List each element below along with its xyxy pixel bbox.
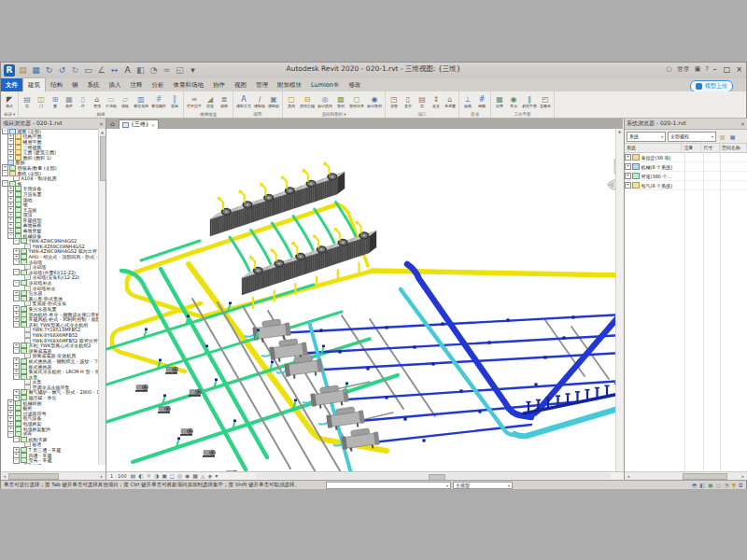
system-row[interactable]: +未指定(38 项): [625, 153, 747, 162]
scrollbar-thumb[interactable]: [683, 473, 727, 480]
temporary-view-properties-icon[interactable]: ▦: [192, 472, 198, 480]
ribbon-button-楼梯[interactable]: ≣楼梯: [218, 95, 231, 108]
visual-style-icon[interactable]: ◐: [138, 472, 143, 480]
ribbon-button-模型组[interactable]: ▣模型组: [267, 95, 280, 108]
tab-附加模块[interactable]: 附加模块: [273, 78, 306, 91]
ribbon-button-幕墙系统[interactable]: ▥幕墙系统: [133, 95, 149, 108]
ribbon-button-标记面积[interactable]: ◉标记面积: [366, 95, 383, 108]
system-row[interactable]: +电气(8 个系统): [625, 181, 747, 190]
temporary-hide-isolate-icon[interactable]: ◎: [177, 472, 182, 480]
help-icon[interactable]: ?: [705, 65, 709, 73]
signin-button[interactable]: 登录: [677, 64, 690, 74]
ribbon-button-竖井[interactable]: ▯竖井: [402, 95, 415, 108]
ribbon-button-栏杆扶手[interactable]: ≡栏杆扶手: [186, 95, 203, 108]
close-icon[interactable]: ×: [99, 120, 104, 127]
search-icon[interactable]: ○: [667, 65, 672, 73]
constraints-icon[interactable]: ◈: [208, 472, 213, 480]
minimize-button[interactable]: –: [710, 63, 720, 76]
ribbon-button-修改[interactable]: ◤修改: [3, 95, 16, 108]
shadows-icon[interactable]: ◑: [154, 472, 159, 480]
tab-管理[interactable]: 管理: [251, 78, 273, 91]
drawing-vscrollbar[interactable]: ▲: [615, 129, 623, 472]
ribbon-button-墙[interactable]: ▤墙: [416, 95, 429, 108]
ribbon-button-显示[interactable]: ◉显示: [507, 95, 520, 108]
ribbon-button-标高[interactable]: ⊥标高: [461, 95, 474, 108]
ribbon-button-屋顶[interactable]: ⌂屋顶: [91, 95, 104, 108]
ribbon-button-幕墙网格[interactable]: #幕墙网格: [150, 95, 167, 108]
tab-钢[interactable]: 钢: [67, 78, 83, 91]
tab-Lumion®[interactable]: Lumion®: [306, 78, 344, 91]
active-workset-dropdown[interactable]: ▾: [326, 482, 451, 489]
system-row[interactable]: +机械(8 个系统): [625, 162, 747, 172]
ribbon-button-老虎窗[interactable]: ⌂老虎窗: [444, 95, 457, 108]
expander[interactable]: +: [625, 163, 631, 170]
app-store-icon[interactable]: ▣: [695, 65, 701, 73]
scrollbar-thumb[interactable]: [100, 136, 106, 181]
column-空间名称[interactable]: 空间名称: [720, 144, 747, 152]
system-browser-hscrollbar[interactable]: ◂ ▸: [625, 471, 747, 480]
system-row[interactable]: +管道(380 个…: [625, 172, 747, 181]
discipline-dropdown[interactable]: 全部规程▾: [668, 132, 716, 142]
worksets-icon[interactable]: ◓: [692, 482, 697, 489]
ribbon-button-设置[interactable]: ▦设置: [493, 95, 506, 108]
model-canvas[interactable]: 上 前 ◍ ◌ ▾: [106, 129, 623, 472]
sun-path-icon[interactable]: ☼: [147, 472, 151, 480]
design-options-icon[interactable]: ▣: [708, 482, 713, 489]
tab-结构[interactable]: 结构: [46, 78, 67, 91]
ribbon-button-柱[interactable]: ▯柱: [77, 95, 90, 108]
selection-count[interactable]: 0: [739, 482, 742, 489]
tab-建筑[interactable]: 建筑: [22, 77, 46, 91]
ribbon-button-天花板[interactable]: ▭天花板: [105, 95, 118, 108]
ribbon-button-楼板[interactable]: ▱楼板: [119, 95, 132, 108]
scrollbar-thumb[interactable]: [8, 473, 59, 480]
ribbon-button-坡道[interactable]: ◢坡道: [204, 95, 217, 108]
analytical-model-icon[interactable]: ◬: [201, 472, 205, 480]
ribbon-button-墙[interactable]: ▤墙: [21, 95, 34, 108]
close-icon[interactable]: ×: [740, 120, 745, 127]
tab-分析[interactable]: 分析: [148, 78, 169, 91]
project-browser-vscrollbar[interactable]: ▲: [98, 129, 106, 465]
ribbon-button-面积[interactable]: ▩面积: [334, 95, 347, 108]
column-settings-icon[interactable]: ▦: [728, 133, 737, 141]
expander[interactable]: +: [625, 173, 631, 179]
ribbon-button-构件[interactable]: ▦构件: [63, 95, 76, 108]
ribbon-button-按面[interactable]: ◳按面: [388, 95, 401, 108]
tab-体量和场地[interactable]: 体量和场地: [169, 78, 209, 91]
ribbon-button-模型线[interactable]: ∕模型线: [253, 95, 266, 108]
detail-level-icon[interactable]: ▤: [131, 472, 136, 480]
column-尺寸[interactable]: 尺寸: [701, 144, 719, 152]
ribbon-button-房间[interactable]: ▢房间: [285, 95, 298, 108]
exclude-options-icon[interactable]: ◫: [716, 482, 722, 489]
editable-only-icon[interactable]: ◧: [699, 482, 705, 489]
view-tab-3d[interactable]: {三维} ×: [119, 119, 159, 129]
view-scale-button[interactable]: 1 : 100: [110, 473, 127, 479]
system-browser-header[interactable]: 系统浏览器 - 020-1.rvt ×: [625, 119, 747, 130]
ribbon-button-参照平面[interactable]: ∥参照平面: [521, 95, 538, 108]
filter-icon[interactable]: ▼: [732, 482, 737, 489]
drawing-hscrollbar[interactable]: [256, 473, 611, 479]
close-icon[interactable]: ×: [151, 122, 155, 128]
tab-协作[interactable]: 协作: [208, 78, 230, 91]
ribbon-button-垂直[interactable]: ↕垂直: [430, 95, 443, 108]
tab-文件[interactable]: 文件: [1, 78, 22, 91]
expander[interactable]: +: [625, 182, 631, 189]
ribbon-button-门[interactable]: ◫门: [35, 95, 48, 108]
press-drag-icon[interactable]: ◔: [724, 482, 728, 489]
ribbon-button-标记房间[interactable]: ◎标记房间: [317, 95, 333, 108]
crop-view-icon[interactable]: ▣: [162, 472, 167, 480]
ribbon-button-面积边界[interactable]: ◻面积边界: [348, 95, 365, 108]
show-crop-icon[interactable]: ◻: [170, 472, 175, 480]
reveal-hidden-icon[interactable]: ◉: [185, 472, 190, 480]
ribbon-button-查看器[interactable]: ◰查看器: [539, 95, 552, 108]
ribbon-button-模型文字[interactable]: A模型文字: [235, 95, 252, 108]
ribbon-button-轴网[interactable]: #轴网: [475, 95, 488, 108]
restore-button[interactable]: □: [722, 63, 732, 76]
ribbon-button-竖梃[interactable]: ‖竖梃: [168, 95, 181, 108]
close-button[interactable]: ×: [734, 63, 744, 76]
more-icon[interactable]: ▾: [215, 472, 218, 480]
design-option-dropdown[interactable]: 主模型▾: [453, 482, 513, 489]
tab-插入[interactable]: 插入: [105, 78, 126, 91]
tab-系统[interactable]: 系统: [83, 78, 105, 91]
tab-注释[interactable]: 注释: [126, 78, 148, 91]
home-icon[interactable]: ⌂: [106, 119, 119, 129]
